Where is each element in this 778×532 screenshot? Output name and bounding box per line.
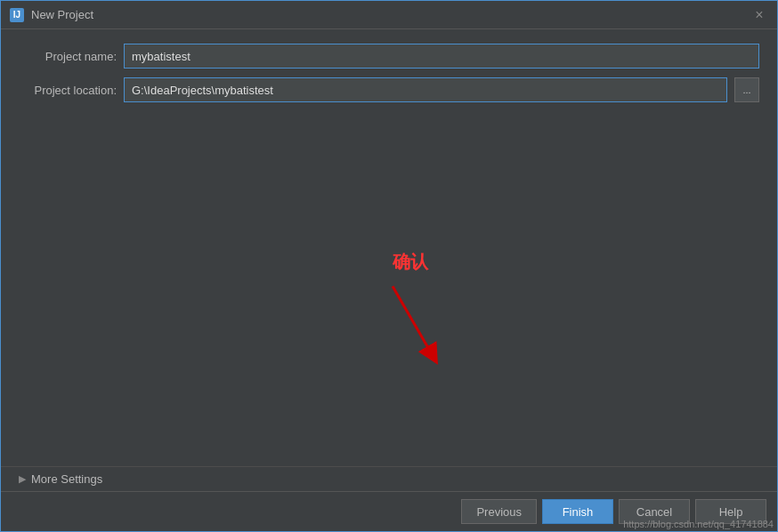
- project-name-input[interactable]: [124, 44, 759, 69]
- dialog-title: New Project: [31, 8, 750, 21]
- more-settings-arrow-icon: ▶: [19, 473, 26, 485]
- content-area: Project name: Project location: ... 确认: [1, 29, 777, 466]
- spacer-area: 确认: [19, 111, 759, 457]
- close-button[interactable]: ×: [750, 6, 768, 24]
- annotation-container: 确认: [375, 249, 446, 366]
- more-settings-label[interactable]: More Settings: [31, 472, 102, 486]
- previous-button[interactable]: Previous: [461, 499, 537, 524]
- button-bar: Previous Finish Cancel Help https://blog…: [1, 491, 777, 531]
- project-location-label: Project location:: [19, 84, 117, 97]
- finish-button[interactable]: Finish: [542, 499, 613, 524]
- app-icon: IJ: [10, 8, 24, 22]
- title-bar: IJ New Project ×: [1, 1, 777, 29]
- watermark-text: https://blog.csdn.net/qq_41741884: [620, 517, 777, 531]
- annotation-arrow-icon: [375, 277, 446, 366]
- project-name-row: Project name:: [19, 44, 759, 69]
- browse-button[interactable]: ...: [734, 77, 759, 102]
- project-name-label: Project name:: [19, 50, 117, 63]
- svg-line-1: [393, 286, 433, 355]
- more-settings-row[interactable]: ▶ More Settings: [1, 466, 777, 491]
- project-location-row: Project location: ...: [19, 77, 759, 102]
- new-project-dialog: IJ New Project × Project name: Project l…: [0, 0, 778, 532]
- annotation-text: 确认: [375, 249, 446, 273]
- project-location-input[interactable]: [124, 77, 727, 102]
